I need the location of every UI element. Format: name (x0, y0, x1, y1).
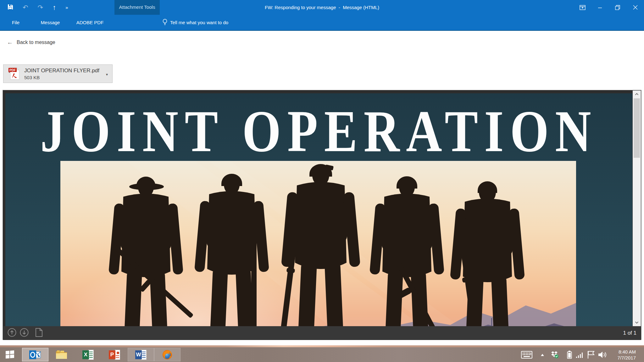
clock-time: 8:40 AM (618, 349, 636, 355)
show-hidden-icons-chevron[interactable] (538, 347, 547, 362)
start-button[interactable] (0, 347, 19, 362)
pdf-preview-pane: JOINT OPERATION (3, 90, 641, 340)
previous-page-button[interactable] (8, 328, 16, 338)
taskbar-file-explorer-button[interactable] (48, 348, 75, 361)
back-arrow-icon: ← (7, 39, 13, 46)
taskbar-powerpoint-button[interactable]: P (101, 348, 128, 361)
powerpoint-icon: P (109, 350, 120, 360)
next-page-button[interactable] (20, 328, 29, 338)
attachment-card[interactable]: PDF JOINT OPERATION FLYER.pdf 503 KB ▾ (3, 64, 113, 83)
network-signal-icon[interactable] (575, 347, 585, 362)
battery-icon[interactable] (565, 347, 574, 362)
dropbox-tray-icon[interactable] (549, 347, 560, 362)
taskbar-clock[interactable]: 8:40 AM 7/7/2017 (618, 349, 636, 361)
scrollbar-thumb[interactable] (634, 98, 640, 158)
close-button[interactable] (626, 0, 644, 15)
soldiers-photo-svg (60, 161, 576, 340)
word-icon: W (135, 350, 147, 360)
taskbar-firefox-button[interactable] (154, 348, 180, 361)
pdf-preview-toolbar: 1 of 1 (3, 326, 641, 340)
tell-me-label: Tell me what you want to do (170, 20, 228, 25)
scroll-down-button[interactable] (635, 321, 639, 324)
attachment-dropdown-caret[interactable]: ▾ (106, 72, 108, 77)
attachment-tools-label: Attachment Tools (114, 4, 160, 10)
taskbar: X P W (0, 347, 644, 362)
tell-me-box[interactable]: Tell me what you want to do (162, 15, 228, 30)
send-receive-icon[interactable]: ↑ (53, 4, 56, 11)
tab-file[interactable]: File (6, 15, 26, 30)
restore-button[interactable] (609, 0, 626, 15)
ribbon-display-options-button[interactable] (574, 0, 591, 15)
page-indicator: 1 of 1 (623, 326, 636, 340)
window-title: FW: Responding to your message - Message… (0, 0, 644, 15)
tab-message[interactable]: Message (37, 15, 64, 30)
minimize-button[interactable] (591, 0, 609, 15)
windows-logo-icon (6, 350, 14, 359)
preview-scrollbar[interactable] (633, 90, 641, 326)
pdf-headline-text: JOINT OPERATION (40, 111, 597, 152)
outlook-message-window: ↶ ↷ ↑ » FW: Responding to your message -… (0, 0, 644, 362)
touch-keyboard-icon[interactable] (519, 347, 534, 362)
firefox-icon (162, 349, 173, 360)
ribbon-tab-row: File Message ADOBE PDF Tell me what you … (0, 15, 644, 31)
attachment-size: 503 KB (24, 75, 99, 80)
attachment-filename: JOINT OPERATION FLYER.pdf (24, 68, 99, 74)
title-bar: ↶ ↷ ↑ » FW: Responding to your message -… (0, 0, 644, 15)
outlook-icon (29, 350, 41, 360)
taskbar-outlook-button[interactable] (22, 348, 48, 361)
save-icon[interactable] (8, 4, 13, 11)
clock-date: 7/7/2017 (618, 355, 636, 361)
pdf-file-icon: PDF (8, 66, 20, 82)
action-center-flag-icon[interactable] (586, 347, 596, 362)
volume-icon[interactable] (597, 347, 608, 362)
pdf-headline: JOINT OPERATION (5, 111, 632, 152)
pdf-page: JOINT OPERATION (5, 93, 632, 340)
taskbar-word-button[interactable]: W (128, 348, 154, 361)
pdf-badge-text: PDF (9, 68, 16, 72)
scroll-up-button[interactable] (635, 92, 639, 96)
window-controls (574, 0, 644, 15)
excel-icon: X (82, 350, 94, 360)
file-explorer-icon (56, 350, 68, 359)
back-to-message-link[interactable]: ← Back to message (7, 39, 55, 46)
customize-qat-icon[interactable]: » (65, 5, 68, 10)
taskbar-excel-button[interactable]: X (75, 348, 101, 361)
quick-access-toolbar: ↶ ↷ ↑ » (8, 0, 68, 15)
back-to-message-label: Back to message (17, 40, 55, 45)
tab-adobe-pdf[interactable]: ADOBE PDF (73, 15, 107, 30)
redo-icon[interactable]: ↷ (38, 4, 43, 11)
soldiers-photo (60, 161, 576, 340)
page-thumbnail-icon (35, 328, 43, 338)
lightbulb-icon (162, 19, 168, 26)
undo-icon[interactable]: ↶ (23, 4, 28, 11)
